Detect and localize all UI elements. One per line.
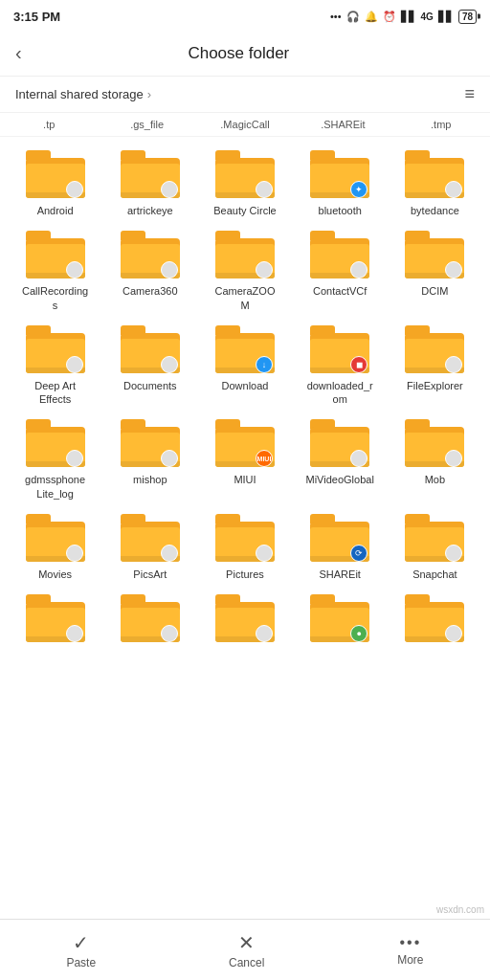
folder-name: bluetooth xyxy=(319,204,362,217)
folder-icon xyxy=(215,150,275,200)
folder-item[interactable]: Mob xyxy=(388,412,482,506)
partial-folder-2[interactable]: .MagicCall xyxy=(196,117,294,134)
folder-icon xyxy=(121,594,180,644)
more-icon: ••• xyxy=(399,934,421,951)
folder-item[interactable] xyxy=(102,587,197,654)
folder-name: Documents xyxy=(123,379,177,392)
folder-icon xyxy=(405,594,464,644)
folder-icon xyxy=(121,150,180,200)
folder-select-badge xyxy=(66,356,83,373)
folder-icon xyxy=(121,231,180,280)
folder-item[interactable]: Pictures xyxy=(197,506,292,587)
folder-name: artrickeye xyxy=(127,204,173,217)
folder-name: PicsArt xyxy=(133,568,167,581)
folder-icon xyxy=(26,325,85,375)
paste-button[interactable]: ✓ Paste xyxy=(66,931,96,969)
folder-name: DCIM xyxy=(421,284,448,298)
folder-item[interactable]: CameraZOOM xyxy=(197,223,292,318)
folder-select-badge xyxy=(161,181,178,198)
folder-name: MIUI xyxy=(234,473,256,486)
signal-dots-icon: ••• xyxy=(330,11,342,22)
cancel-icon: ✕ xyxy=(238,931,255,954)
folder-icon xyxy=(26,594,85,644)
folder-select-badge xyxy=(66,450,83,467)
partial-folder-0[interactable]: .tp xyxy=(0,117,98,134)
folder-icon xyxy=(215,514,275,564)
folder-icon xyxy=(405,514,464,564)
path-label: Internal shared storage xyxy=(15,87,144,101)
folder-icon xyxy=(26,514,85,564)
menu-icon[interactable]: ≡ xyxy=(464,84,475,104)
folder-select-badge xyxy=(161,356,178,373)
folder-item[interactable]: ● xyxy=(293,587,388,654)
folder-item[interactable]: mishop xyxy=(102,412,197,506)
folder-item[interactable]: MIUI MIUI xyxy=(197,412,292,506)
folder-select-badge xyxy=(66,625,83,642)
folder-icon xyxy=(26,231,85,280)
lte-icon: 4G xyxy=(421,11,434,22)
status-bar: 3:15 PM ••• 🎧 🔔 ⏰ ▋▋ 4G ▋▋ 78 xyxy=(0,0,490,31)
folder-item[interactable]: Movies xyxy=(8,506,102,587)
folder-icon xyxy=(26,419,85,469)
cancel-label: Cancel xyxy=(229,956,264,969)
folder-item[interactable]: ✦ bluetooth xyxy=(293,143,388,223)
headphone-icon: 🎧 xyxy=(346,11,360,23)
folder-item[interactable]: FileExplorer xyxy=(388,318,482,412)
folder-item[interactable]: ◼ downloaded_rom xyxy=(293,318,388,412)
partial-folder-3[interactable]: .SHAREit xyxy=(294,117,391,134)
folder-item[interactable]: Snapchat xyxy=(388,506,482,587)
folder-item[interactable]: Beauty Circle xyxy=(197,143,292,223)
status-icons: ••• 🎧 🔔 ⏰ ▋▋ 4G ▋▋ 78 xyxy=(330,10,477,24)
folder-item[interactable]: Android xyxy=(8,143,102,223)
folder-icon: ● xyxy=(310,594,369,644)
signal-bars2-icon: ▋▋ xyxy=(438,11,454,23)
folder-item[interactable]: ↓ Download xyxy=(197,318,292,412)
folder-name: Snapchat xyxy=(412,568,457,581)
folder-item[interactable]: artrickeye xyxy=(102,143,197,223)
folder-select-badge xyxy=(66,545,83,562)
folder-name: downloaded_rom xyxy=(305,379,374,407)
red-badge: ◼ xyxy=(350,356,368,373)
folder-item[interactable]: Deep Art Effects xyxy=(8,318,102,412)
cancel-button[interactable]: ✕ Cancel xyxy=(229,931,264,969)
folder-name: SHAREit xyxy=(319,568,360,581)
folder-icon xyxy=(215,594,275,644)
folder-item[interactable]: MiVideoGlobal xyxy=(293,412,388,506)
folder-name: FileExplorer xyxy=(407,379,463,392)
folder-item[interactable] xyxy=(8,587,102,654)
folder-select-badge xyxy=(66,261,83,278)
folder-item[interactable]: DCIM xyxy=(388,223,482,318)
folder-item[interactable]: Documents xyxy=(102,318,197,412)
folder-name: Camera360 xyxy=(122,284,177,298)
folder-select-badge xyxy=(161,261,178,278)
partial-folders-row: .tp .gs_file .MagicCall .SHAREit .tmp xyxy=(0,113,490,137)
folder-icon xyxy=(215,231,275,280)
partial-folder-4[interactable]: .tmp xyxy=(392,117,490,134)
folder-name: CallRecordings xyxy=(21,284,90,312)
folder-name: CameraZOOM xyxy=(211,284,279,312)
folder-icon xyxy=(26,150,85,200)
folder-item[interactable]: gdmssphone Lite_log xyxy=(8,412,102,506)
partial-folder-1[interactable]: .gs_file xyxy=(98,117,195,134)
more-button[interactable]: ••• More xyxy=(397,934,423,967)
path-text[interactable]: Internal shared storage › xyxy=(15,87,151,101)
folder-item[interactable]: ContactVCf xyxy=(293,223,388,318)
path-bar: Internal shared storage › ≡ xyxy=(0,77,490,113)
folder-name: Mob xyxy=(425,473,445,486)
folder-item[interactable]: bytedance xyxy=(388,143,482,223)
folder-item[interactable]: PicsArt xyxy=(102,506,197,587)
folder-name: mishop xyxy=(133,473,167,486)
battery-indicator: 78 xyxy=(458,10,477,24)
folder-item[interactable] xyxy=(197,587,292,654)
folder-item[interactable]: ⟳ SHAREit xyxy=(293,506,388,587)
folder-item[interactable] xyxy=(388,587,482,654)
back-button[interactable]: ‹ xyxy=(15,42,22,64)
folder-item[interactable]: CallRecordings xyxy=(8,223,102,318)
folder-select-badge xyxy=(66,181,83,198)
folder-name: gdmssphone Lite_log xyxy=(21,473,90,501)
bottom-bar: ✓ Paste ✕ Cancel ••• More xyxy=(0,919,490,980)
download-badge: ↓ xyxy=(256,356,273,373)
folder-icon: MIUI xyxy=(215,419,275,469)
folder-name: Beauty Circle xyxy=(213,204,276,217)
folder-item[interactable]: Camera360 xyxy=(102,223,197,318)
